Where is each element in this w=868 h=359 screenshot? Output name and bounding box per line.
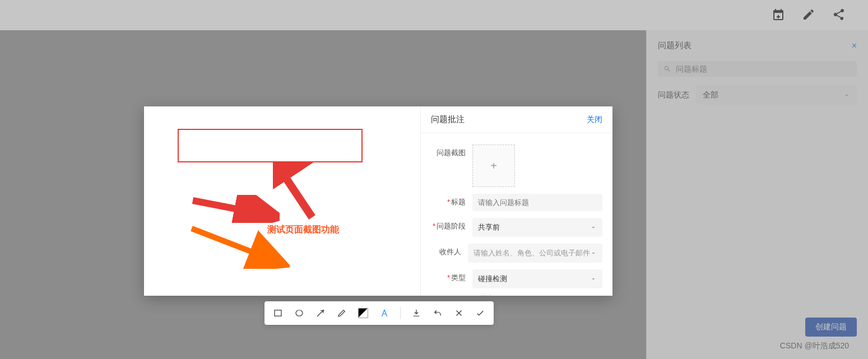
confirm-tool[interactable] <box>475 307 486 319</box>
chevron-down-icon <box>590 276 597 282</box>
pencil-tool[interactable] <box>336 307 347 319</box>
form-title: 问题批注 <box>431 114 465 125</box>
color-tool[interactable] <box>358 307 369 319</box>
text-annotation[interactable]: 测试页面截图功能 <box>267 224 339 236</box>
recipient-select[interactable]: 请输入姓名、角色、公司或电子邮件 <box>468 244 602 263</box>
screenshot-label: 问题截图 <box>431 144 466 158</box>
separator <box>400 307 401 319</box>
watermark: CSDN @叶浩成520 <box>780 341 849 351</box>
chevron-down-icon <box>590 250 597 257</box>
svg-point-4 <box>296 310 303 316</box>
svg-rect-3 <box>275 310 281 316</box>
type-select[interactable]: 碰撞检测 <box>472 269 602 288</box>
stage-value: 共享前 <box>478 222 500 232</box>
chevron-down-icon <box>590 224 597 231</box>
stage-select[interactable]: 共享前 <box>472 218 602 237</box>
panel-overlay <box>646 30 868 359</box>
arrow-tool[interactable] <box>315 307 326 319</box>
screenshot-toolbar <box>264 301 494 325</box>
recipient-placeholder: 请输入姓名、角色、公司或电子邮件 <box>474 248 590 258</box>
undo-tool[interactable] <box>432 307 443 319</box>
recipient-label: 收件人 <box>431 244 461 257</box>
download-tool[interactable] <box>411 307 422 319</box>
type-label: 类型 <box>431 269 466 283</box>
svg-line-1 <box>193 201 274 216</box>
desc-label: 描述 <box>421 294 612 296</box>
issue-form: 问题批注 关闭 问题截图 + 标题 问题阶段 共享前 收件人 请输入 <box>421 106 612 296</box>
annotation-modal: 测试页面截图功能 问题批注 关闭 问题截图 + 标题 问题阶段 共享前 收件人 <box>144 106 612 296</box>
calendar-add-icon[interactable] <box>772 8 785 23</box>
ellipse-tool[interactable] <box>294 307 305 319</box>
rectangle-annotation[interactable] <box>178 129 363 162</box>
svg-line-0 <box>278 167 312 217</box>
arrow-annotation-1[interactable] <box>273 161 318 223</box>
arrow-annotation-2[interactable] <box>190 195 280 223</box>
type-value: 碰撞检测 <box>478 274 507 284</box>
cancel-tool[interactable] <box>453 307 465 319</box>
stage-label: 问题阶段 <box>431 218 466 231</box>
rectangle-tool[interactable] <box>272 307 284 319</box>
edit-icon[interactable] <box>802 8 815 23</box>
toolbar-top <box>0 0 868 30</box>
annotation-canvas[interactable]: 测试页面截图功能 <box>144 106 421 296</box>
share-icon[interactable] <box>832 8 846 23</box>
close-button[interactable]: 关闭 <box>587 115 602 125</box>
text-tool[interactable] <box>379 307 390 319</box>
title-label: 标题 <box>431 194 466 207</box>
title-input[interactable] <box>472 194 602 211</box>
screenshot-upload[interactable]: + <box>472 144 515 187</box>
